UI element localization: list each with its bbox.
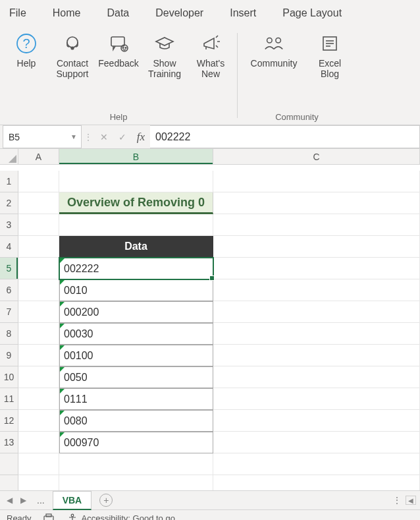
fx-button[interactable]: fx [132, 129, 150, 146]
row-header-9[interactable]: 9 [0, 345, 18, 366]
sheet-nav-next[interactable]: ▶ [18, 496, 29, 505]
excel-blog-button[interactable]: Excel Blog [310, 32, 350, 82]
cell-blank[interactable] [18, 475, 59, 490]
cell-blank[interactable] [213, 453, 420, 475]
row-header-5[interactable]: 5 [0, 258, 18, 279]
tab-data[interactable]: Data [103, 5, 133, 22]
cell-b10[interactable]: 0050 [59, 366, 213, 388]
scroll-left-button[interactable]: ◀ [406, 496, 416, 505]
sheet-tabs-bar: ◀ ▶ ... VBA + ⋮ ◀ [0, 490, 420, 510]
help-button[interactable]: ? Help [7, 32, 46, 82]
cell-c8[interactable] [213, 323, 420, 345]
ribbon-group-help: ? Help Contact Support Feedback [0, 26, 237, 125]
cell-a5[interactable] [18, 258, 59, 279]
whats-new-button[interactable]: What's New [191, 32, 230, 82]
cell-a1[interactable] [18, 171, 59, 192]
cell-c9[interactable] [213, 345, 420, 366]
select-all-corner[interactable] [0, 149, 18, 165]
cell-blank[interactable] [59, 475, 213, 490]
formula-input[interactable]: 002222 [150, 125, 420, 148]
cell-c4[interactable] [213, 236, 420, 258]
sheet-tab-vba[interactable]: VBA [53, 491, 92, 510]
contact-support-button[interactable]: Contact Support [53, 32, 92, 82]
cell-a10[interactable] [18, 366, 59, 388]
horizontal-scroll[interactable]: ⋮ ◀ [392, 495, 416, 506]
cell-c10[interactable] [213, 366, 420, 388]
macro-recorder-icon[interactable] [43, 513, 55, 521]
row-header-11[interactable]: 11 [0, 388, 18, 410]
cell-b7[interactable]: 000200 [59, 301, 213, 323]
cell-c2[interactable] [213, 192, 420, 214]
row-header-8[interactable]: 8 [0, 323, 18, 345]
cell-b13[interactable]: 000970 [59, 432, 213, 453]
cell-c6[interactable] [213, 279, 420, 301]
row-header-blank[interactable] [0, 475, 18, 490]
cell-a12[interactable] [18, 410, 59, 432]
add-sheet-button[interactable]: + [99, 494, 113, 507]
cell-b11[interactable]: 0111 [59, 388, 213, 410]
cell-a4[interactable] [18, 236, 59, 258]
svg-point-6 [122, 47, 124, 49]
row-header-blank[interactable] [0, 453, 18, 475]
cell-c5[interactable] [213, 258, 420, 279]
row-header-4[interactable]: 4 [0, 236, 18, 258]
chevron-down-icon[interactable]: ▼ [70, 133, 77, 140]
show-training-button[interactable]: Show Training [145, 32, 184, 82]
feedback-button[interactable]: Feedback [99, 32, 138, 82]
tab-home[interactable]: Home [49, 5, 85, 22]
row-header-1[interactable]: 1 [0, 171, 18, 192]
cell-b2-title[interactable]: Overview of Removing 0 [59, 192, 213, 214]
cell-c13[interactable] [213, 432, 420, 453]
cancel-formula-button[interactable]: ✕ [95, 129, 113, 146]
cell-blank[interactable] [18, 453, 59, 475]
sheet-tab-overflow[interactable]: ... [32, 492, 50, 509]
cell-c11[interactable] [213, 388, 420, 410]
cell-a13[interactable] [18, 432, 59, 453]
cell-b3[interactable] [59, 214, 213, 236]
sheet-nav-prev[interactable]: ◀ [4, 496, 15, 505]
cell-a2[interactable] [18, 192, 59, 214]
tab-file[interactable]: File [5, 5, 30, 22]
row-header-6[interactable]: 6 [0, 279, 18, 301]
col-header-b[interactable]: B [59, 149, 213, 165]
confirm-formula-button[interactable]: ✓ [113, 129, 132, 146]
row-header-3[interactable]: 3 [0, 214, 18, 236]
tab-insert[interactable]: Insert [226, 5, 260, 22]
col-header-a[interactable]: A [18, 149, 59, 165]
cell-c7[interactable] [213, 301, 420, 323]
contact-support-label: Contact Support [53, 58, 92, 82]
cell-b12[interactable]: 0080 [59, 410, 213, 432]
community-button[interactable]: Community [244, 32, 303, 82]
col-header-c[interactable]: C [213, 149, 420, 165]
accessibility-status[interactable]: Accessibility: Good to go [67, 513, 175, 521]
tab-developer[interactable]: Developer [151, 5, 207, 22]
cell-b8[interactable]: 00030 [59, 323, 213, 345]
cell-b4-data-header[interactable]: Data [59, 236, 213, 258]
spreadsheet-grid[interactable]: A B C 1 2 Overview of Removing 0 3 4 Dat… [0, 149, 420, 490]
cell-a11[interactable] [18, 388, 59, 410]
tab-page-layout[interactable]: Page Layout [278, 5, 346, 22]
community-label: Community [251, 58, 298, 82]
row-header-12[interactable]: 12 [0, 410, 18, 432]
cell-c12[interactable] [213, 410, 420, 432]
cell-a7[interactable] [18, 301, 59, 323]
cell-b5[interactable]: 002222 [59, 258, 213, 279]
cell-b1[interactable] [59, 171, 213, 192]
cell-blank[interactable] [59, 453, 213, 475]
row-header-2[interactable]: 2 [0, 192, 18, 214]
svg-point-16 [71, 514, 74, 517]
cell-a9[interactable] [18, 345, 59, 366]
cell-b9[interactable]: 00100 [59, 345, 213, 366]
row-header-7[interactable]: 7 [0, 301, 18, 323]
name-box[interactable]: B5 ▼ [3, 125, 82, 148]
cell-b6[interactable]: 0010 [59, 279, 213, 301]
cell-c1[interactable] [213, 171, 420, 192]
row-header-10[interactable]: 10 [0, 366, 18, 388]
cell-c3[interactable] [213, 214, 420, 236]
cell-a6[interactable] [18, 279, 59, 301]
row-header-13[interactable]: 13 [0, 432, 18, 453]
cell-blank[interactable] [213, 475, 420, 490]
cell-a8[interactable] [18, 323, 59, 345]
ribbon-tabs: File Home Data Developer Insert Page Lay… [0, 0, 420, 26]
cell-a3[interactable] [18, 214, 59, 236]
